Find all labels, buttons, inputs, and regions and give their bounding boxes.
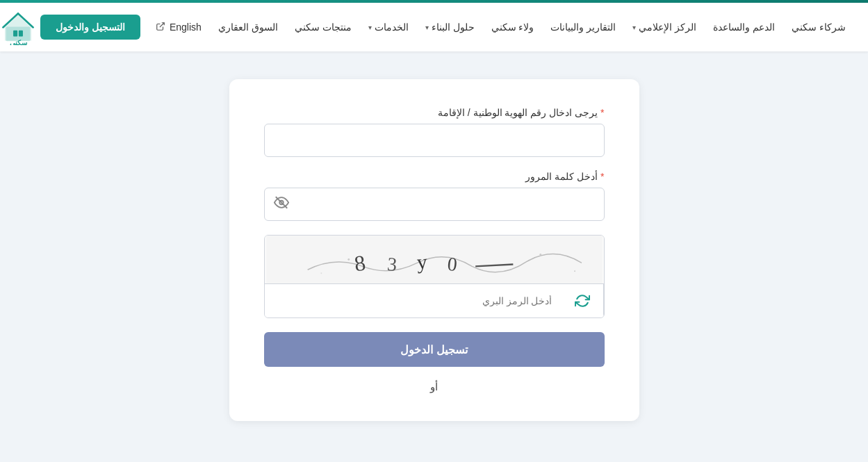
nav-item-partners[interactable]: شركاء سكني: [783, 22, 854, 33]
nav-items-container: شركاء سكني الدعم والساعدة الركز الإعلامي…: [147, 22, 854, 33]
svg-point-13: [347, 258, 350, 261]
login-register-button[interactable]: التسجيل والدخول: [40, 15, 140, 40]
svg-text:y: y: [416, 250, 427, 273]
nav-item-reports[interactable]: التقارير والبيانات: [542, 22, 624, 33]
svg-line-0: [160, 22, 164, 26]
toggle-password-icon[interactable]: [274, 195, 289, 214]
login-form-card: * يرجى ادخال رقم الهوية الوطنية / الإقام…: [229, 79, 639, 421]
svg-rect-3: [19, 31, 23, 37]
nav-item-construction[interactable]: حلول البناء ▾: [417, 22, 483, 33]
captcha-refresh-button[interactable]: [562, 284, 604, 317]
svg-point-16: [574, 270, 575, 272]
svg-text:سكني: سكني: [10, 39, 27, 45]
password-wrapper: [264, 188, 605, 221]
navbar-right: التسجيل والدخول سكني: [0, 9, 147, 45]
or-divider: أو: [264, 381, 605, 393]
svg-point-14: [539, 254, 541, 256]
nav-item-loyalty[interactable]: ولاء سكني: [483, 22, 543, 33]
nav-item-products[interactable]: منتجات سكني: [286, 22, 360, 33]
password-input[interactable]: [264, 188, 605, 221]
svg-rect-7: [266, 236, 602, 283]
chevron-down-icon: ▾: [632, 24, 636, 31]
chevron-down-icon: ▾: [368, 24, 372, 31]
main-content: * يرجى ادخال رقم الهوية الوطنية / الإقام…: [0, 51, 868, 462]
national-id-input[interactable]: [264, 124, 605, 157]
captcha-image: 8 3 y 0: [265, 236, 604, 284]
logo: سكني: [0, 9, 36, 45]
external-link-icon: [156, 22, 165, 33]
nav-item-support[interactable]: الدعم والساعدة: [705, 22, 783, 33]
english-language-link[interactable]: English: [147, 22, 210, 33]
nav-item-services[interactable]: الخدمات ▾: [360, 22, 417, 33]
password-group: * أدخل كلمة المرور: [264, 171, 605, 221]
svg-rect-2: [13, 31, 17, 37]
nav-item-realestate[interactable]: السوق العقاري: [210, 22, 286, 33]
captcha-input-row: [265, 284, 604, 317]
national-id-label: * يرجى ادخال رقم الهوية الوطنية / الإقام…: [264, 107, 605, 118]
nav-item-media[interactable]: الركز الإعلامي ▾: [624, 22, 705, 33]
navbar: شركاء سكني الدعم والساعدة الركز الإعلامي…: [0, 3, 868, 51]
password-label: * أدخل كلمة المرور: [264, 171, 605, 182]
captcha-container: 8 3 y 0: [264, 235, 605, 318]
chevron-down-icon: ▾: [425, 24, 429, 31]
national-id-group: * يرجى ادخال رقم الهوية الوطنية / الإقام…: [264, 107, 605, 157]
submit-login-button[interactable]: تسجيل الدخول: [264, 332, 605, 367]
svg-text:3: 3: [386, 253, 397, 275]
captcha-input[interactable]: [265, 284, 562, 317]
svg-point-15: [320, 272, 322, 274]
